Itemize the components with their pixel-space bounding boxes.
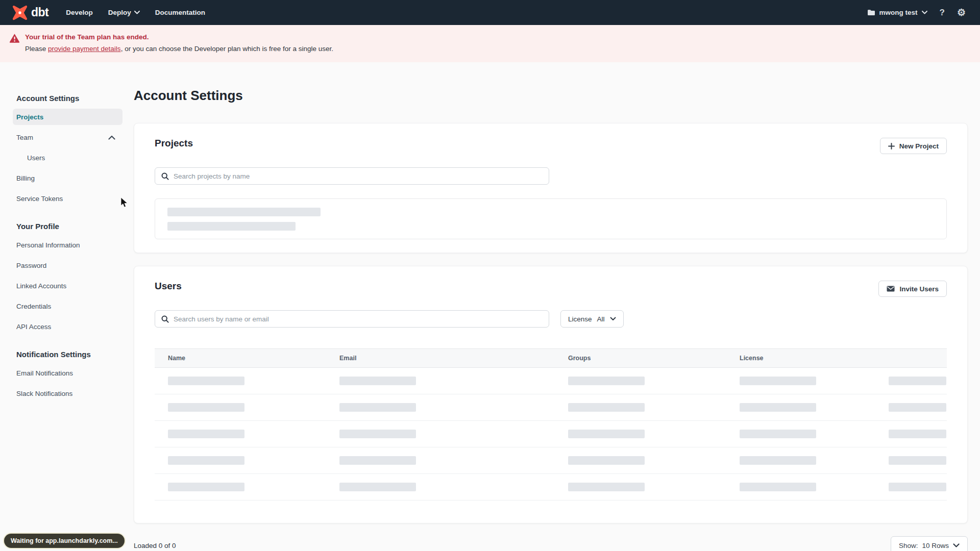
sidebar-item-users[interactable]: Users: [13, 149, 122, 166]
users-card-title: Users: [155, 281, 182, 292]
new-project-button[interactable]: New Project: [880, 138, 947, 154]
banner-body-suffix: , or you can choose the Developer plan w…: [121, 45, 333, 53]
skeleton-bar: [339, 403, 416, 412]
skeleton-bar: [568, 403, 645, 412]
license-filter-value: All: [597, 315, 605, 323]
sidebar-item-label: Linked Accounts: [16, 282, 66, 290]
sidebar-item-label: Email Notifications: [16, 369, 73, 377]
dbt-logo-icon: [12, 5, 28, 20]
nav-item-deploy[interactable]: Deploy: [108, 9, 140, 16]
skeleton-bar: [168, 483, 244, 491]
users-card: Users Invite Users: [134, 266, 968, 523]
skeleton-bar: [568, 430, 645, 438]
users-table-skeleton-row: [155, 394, 947, 421]
skeleton-bar: [740, 430, 816, 438]
sidebar-item-label: Projects: [16, 113, 43, 121]
skeleton-bar: [740, 456, 816, 465]
sidebar-item-label: Password: [16, 262, 46, 269]
skeleton-bar: [740, 483, 816, 491]
nav-develop-label: Develop: [66, 9, 93, 16]
projects-loading-placeholder: [155, 198, 947, 239]
sidebar-item-slack-notifications[interactable]: Slack Notifications: [13, 385, 122, 402]
skeleton-bar: [168, 377, 244, 385]
invite-users-label: Invite Users: [899, 285, 939, 293]
envelope-icon: [887, 286, 895, 292]
skeleton-bar: [168, 456, 244, 465]
users-table-skeleton-row: [155, 421, 947, 447]
column-header-name: Name: [168, 355, 339, 362]
sidebar-item-credentials[interactable]: Credentials: [13, 298, 122, 314]
page-title: Account Settings: [134, 88, 968, 104]
nav-documentation-label: Documentation: [155, 9, 205, 16]
license-filter-dropdown[interactable]: License All: [560, 310, 624, 328]
new-project-label: New Project: [899, 142, 939, 150]
nav-item-documentation[interactable]: Documentation: [155, 9, 205, 16]
invite-users-button[interactable]: Invite Users: [878, 281, 947, 297]
settings-gear-icon[interactable]: ⚙: [957, 8, 966, 17]
dbt-logo[interactable]: dbt: [12, 5, 48, 20]
banner-body-prefix: Please: [25, 45, 48, 53]
rows-per-page-dropdown[interactable]: Show: 10 Rows: [891, 536, 968, 551]
nav-menu: Develop Deploy Documentation: [66, 9, 205, 16]
sidebar-item-service-tokens[interactable]: Service Tokens: [13, 190, 122, 207]
chevron-down-icon: [922, 11, 927, 14]
provide-payment-details-link[interactable]: provide payment details: [48, 45, 121, 53]
skeleton-bar: [889, 456, 946, 465]
account-picker[interactable]: mwong test: [867, 9, 927, 16]
sidebar-header-account-settings: Account Settings: [13, 94, 122, 103]
sidebar-item-label: Slack Notifications: [16, 390, 72, 397]
nav-item-develop[interactable]: Develop: [66, 9, 93, 16]
banner-title: Your trial of the Team plan has ended.: [25, 32, 333, 42]
chevron-down-icon: [953, 543, 960, 548]
browser-status-bubble: Waiting for app.launchdarkly.com...: [4, 534, 125, 548]
settings-sidebar: Account Settings Projects Team Users Bil…: [0, 62, 122, 417]
top-nav: dbt Develop Deploy Documentation mwong t…: [0, 0, 980, 25]
skeleton-bar: [740, 377, 816, 385]
warning-triangle-icon: [9, 33, 20, 43]
skeleton-bar: [339, 430, 416, 438]
sidebar-item-label: Personal Information: [16, 241, 80, 249]
search-icon: [161, 172, 169, 180]
skeleton-bar: [889, 430, 946, 438]
trial-ended-banner: Your trial of the Team plan has ended. P…: [0, 25, 980, 62]
skeleton-bar: [339, 483, 416, 491]
sidebar-header-notification-settings: Notification Settings: [13, 350, 122, 359]
projects-card: Projects New Project: [134, 123, 968, 253]
account-name: mwong test: [879, 9, 918, 16]
skeleton-bar: [339, 377, 416, 385]
skeleton-bar: [167, 222, 296, 231]
sidebar-item-team[interactable]: Team: [13, 129, 122, 145]
users-table-skeleton-row: [155, 474, 947, 500]
sidebar-item-label: Users: [27, 154, 45, 162]
sidebar-header-your-profile: Your Profile: [13, 222, 122, 231]
skeleton-bar: [740, 403, 816, 412]
column-header-license: License: [740, 355, 889, 362]
sidebar-item-projects[interactable]: Projects: [13, 109, 122, 125]
skeleton-bar: [168, 430, 244, 438]
sidebar-item-label: Team: [16, 134, 33, 141]
users-table-skeleton-row: [155, 368, 947, 394]
sidebar-item-linked-accounts[interactable]: Linked Accounts: [13, 278, 122, 294]
show-label: Show:: [899, 542, 918, 549]
users-table-footer: Loaded 0 of 0 Show: 10 Rows: [134, 536, 968, 551]
help-icon[interactable]: ?: [940, 8, 945, 17]
projects-search-input[interactable]: [174, 172, 543, 180]
skeleton-bar: [168, 403, 244, 412]
chevron-up-icon: [108, 135, 115, 140]
skeleton-bar: [568, 456, 645, 465]
users-search-input[interactable]: [174, 315, 543, 323]
folder-icon: [867, 9, 875, 16]
skeleton-bar: [568, 483, 645, 491]
column-header-email: Email: [339, 355, 568, 362]
column-header-groups: Groups: [568, 355, 740, 362]
sidebar-item-api-access[interactable]: API Access: [13, 318, 122, 335]
banner-body: Please provide payment details, or you c…: [25, 42, 333, 55]
sidebar-item-email-notifications[interactable]: Email Notifications: [13, 365, 122, 381]
skeleton-bar: [339, 456, 416, 465]
nav-deploy-label: Deploy: [108, 9, 131, 16]
sidebar-item-personal-information[interactable]: Personal Information: [13, 237, 122, 253]
sidebar-item-label: API Access: [16, 323, 51, 331]
sidebar-item-password[interactable]: Password: [13, 257, 122, 273]
sidebar-item-billing[interactable]: Billing: [13, 170, 122, 186]
show-value: 10 Rows: [922, 542, 949, 549]
